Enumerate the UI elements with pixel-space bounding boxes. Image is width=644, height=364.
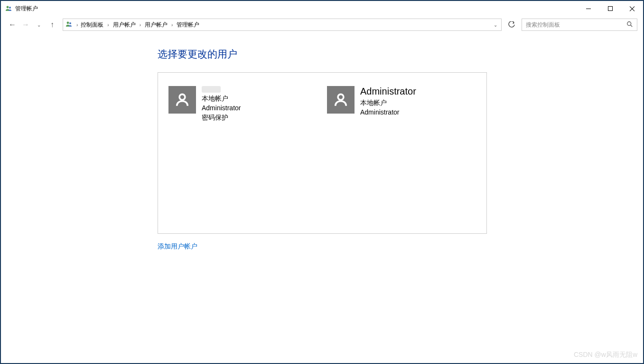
svg-point-4 (627, 21, 631, 25)
address-dropdown[interactable]: ⌄ (492, 20, 499, 29)
search-box[interactable] (522, 19, 637, 31)
svg-point-7 (338, 94, 344, 100)
content-area: 选择要更改的用户 本地帐户 Administrator 密码保护 (1, 33, 643, 251)
window-title: 管理帐户 (15, 5, 38, 13)
user-password-status: 密码保护 (202, 113, 241, 122)
user-info: 本地帐户 Administrator 密码保护 (202, 86, 241, 122)
user-name-redacted (202, 86, 221, 93)
chevron-right-icon: › (75, 22, 79, 28)
svg-line-5 (631, 25, 633, 27)
user-role: Administrator (202, 104, 241, 113)
user-account-type: 本地帐户 (360, 98, 416, 107)
up-button[interactable]: ↑ (47, 19, 58, 30)
user-card[interactable]: 本地帐户 Administrator 密码保护 (168, 86, 317, 220)
maximize-button[interactable] (599, 1, 621, 16)
svg-point-3 (69, 22, 71, 24)
user-avatar-icon (168, 86, 196, 114)
refresh-icon (508, 21, 515, 28)
crumb-user-accounts-2[interactable]: 用户帐户 (143, 20, 169, 30)
window-controls (578, 1, 643, 16)
app-icon (5, 5, 12, 12)
titlebar: 管理帐户 (1, 1, 643, 16)
user-list-panel: 本地帐户 Administrator 密码保护 Administrator 本地… (158, 72, 487, 234)
refresh-button[interactable] (505, 19, 518, 30)
crumb-manage-accounts[interactable]: 管理帐户 (175, 20, 201, 30)
close-button[interactable] (621, 1, 643, 16)
user-name: Administrator (360, 86, 416, 96)
address-bar[interactable]: › 控制面板 › 用户帐户 › 用户帐户 › 管理帐户 ⌄ (63, 19, 502, 31)
user-account-type: 本地帐户 (202, 94, 241, 103)
user-info: Administrator 本地帐户 Administrator (360, 86, 416, 117)
crumb-user-accounts-1[interactable]: 用户帐户 (111, 20, 138, 30)
forward-button[interactable]: → (20, 19, 31, 30)
breadcrumb: 控制面板 › 用户帐户 › 用户帐户 › 管理帐户 (79, 20, 201, 30)
chevron-right-icon: › (106, 22, 110, 28)
crumb-control-panel[interactable]: 控制面板 (79, 20, 105, 30)
minimize-button[interactable] (578, 1, 599, 16)
svg-point-2 (67, 22, 69, 24)
chevron-right-icon: › (170, 22, 174, 28)
user-avatar-icon (327, 86, 355, 114)
recent-dropdown[interactable]: ⌄ (33, 19, 45, 30)
add-account-link[interactable]: 添加用户帐户 (158, 242, 197, 251)
user-role: Administrator (360, 108, 416, 117)
watermark: CSDN @w风雨无阻w (574, 351, 637, 359)
search-icon (626, 21, 633, 29)
svg-point-0 (7, 6, 9, 9)
search-input[interactable] (526, 21, 626, 28)
chevron-right-icon: › (139, 22, 142, 28)
svg-point-1 (9, 7, 11, 9)
navbar: ← → ⌄ ↑ › 控制面板 › 用户帐户 › 用户帐户 › 管理帐户 ⌄ (1, 16, 643, 33)
svg-point-6 (179, 94, 185, 100)
page-title: 选择要更改的用户 (158, 48, 490, 61)
address-icon (65, 20, 74, 29)
back-button[interactable]: ← (7, 19, 18, 30)
user-card[interactable]: Administrator 本地帐户 Administrator (327, 86, 476, 220)
